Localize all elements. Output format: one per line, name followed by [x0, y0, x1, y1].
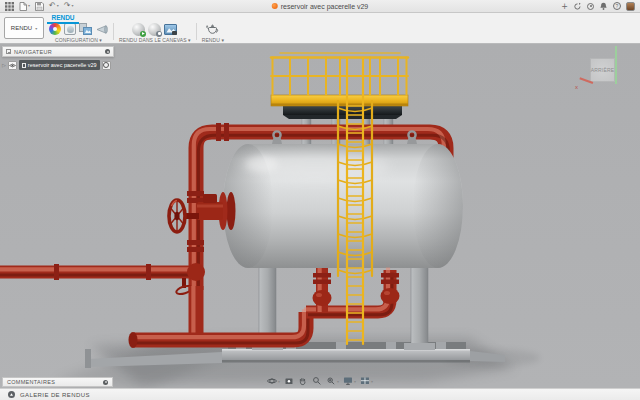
decal-icon[interactable]: [79, 23, 92, 35]
render-teapot-icon[interactable]: [205, 22, 220, 36]
in-canvas-render-icon[interactable]: [132, 23, 145, 36]
orbit-button[interactable]: ▾: [266, 376, 281, 386]
comments-label: COMMENTAIRES: [7, 379, 55, 385]
group-configuration: CONFIGURATION ▾: [46, 22, 111, 43]
save-icon[interactable]: [35, 2, 44, 11]
tree-expand-icon[interactable]: ▷: [2, 62, 6, 68]
toolbar-groups: CONFIGURATION ▾ RENDU DANS LE CANEVAS ▾: [46, 22, 227, 43]
main-toolbar: RENDU ▾ RENDU CONFIGURATION ▾: [0, 13, 640, 44]
toolbar-main: RENDU CONFIGURATION ▾: [44, 13, 640, 43]
workspace-selector-label: RENDU: [11, 25, 32, 31]
zoom-button[interactable]: [311, 376, 323, 386]
group-label-configuration[interactable]: CONFIGURATION ▾: [55, 37, 102, 43]
capture-image-icon[interactable]: [164, 24, 177, 35]
status-circle-icon[interactable]: [587, 3, 594, 10]
navigator-header-label: NAVIGATEUR: [14, 49, 52, 55]
viewcube-x-axis-label: x: [575, 84, 578, 90]
caret-down-icon: ▾: [71, 4, 73, 8]
gear-icon[interactable]: [105, 49, 110, 54]
toolbar-divider: [113, 23, 114, 40]
document-title-text: reservoir avec pacerelle v29: [281, 3, 369, 10]
pan-button[interactable]: [297, 376, 309, 386]
navigator-panel: NAVIGATEUR ▷ reservoir avec pacerelle v2…: [2, 46, 114, 70]
fusion-logo-icon: [272, 3, 278, 9]
fit-button[interactable]: ▾: [325, 376, 340, 386]
expand-gallery-icon[interactable]: [8, 391, 15, 398]
appearance-icon[interactable]: [49, 23, 61, 35]
account-avatar[interactable]: [626, 2, 635, 11]
activate-component-radio[interactable]: [102, 61, 111, 70]
comments-panel-header[interactable]: COMMENTAIRES: [2, 377, 113, 387]
navigator-header[interactable]: NAVIGATEUR: [2, 46, 114, 57]
workspace-selector[interactable]: RENDU ▾: [4, 17, 44, 39]
gear-icon[interactable]: [103, 380, 108, 385]
undo-icon[interactable]: ↶ ▾: [49, 2, 59, 10]
notifications-bell-icon[interactable]: [599, 2, 608, 11]
in-canvas-render-settings-icon[interactable]: [148, 23, 161, 36]
collapse-panel-icon[interactable]: [6, 49, 11, 54]
browser-root-row[interactable]: ▷ reservoir avec pacerelle v29: [2, 60, 114, 70]
look-at-button[interactable]: [283, 376, 295, 386]
caret-down-icon: ▾: [371, 379, 373, 384]
caret-down-icon: ▾: [278, 379, 280, 384]
job-status-sync-icon[interactable]: [573, 2, 582, 11]
rendered-model[interactable]: [0, 44, 640, 388]
redo-icon[interactable]: ↷ ▾: [64, 2, 74, 10]
document-title: reservoir avec pacerelle v29: [272, 3, 369, 10]
caret-down-icon: ▾: [28, 4, 30, 8]
titlebar: ▾ ↶ ▾ ↷ ▾ reservoir avec pacerelle v29 +: [0, 0, 640, 13]
viewports-button[interactable]: ▾: [359, 376, 374, 386]
caret-down-icon: ▾: [354, 379, 356, 384]
caret-down-icon: ▾: [337, 379, 339, 384]
viewcube-y-axis-line: [615, 46, 617, 84]
caret-down-icon: ▾: [57, 4, 59, 8]
viewcube-face-label: ARRIÈRE: [591, 67, 615, 73]
visibility-eye-icon[interactable]: [8, 61, 17, 70]
document-icon: [22, 63, 26, 68]
fusion-window: ▾ ↶ ▾ ↷ ▾ reservoir avec pacerelle v29 +: [0, 0, 640, 400]
group-label-in-canvas-render[interactable]: RENDU DANS LE CANEVAS ▾: [119, 37, 191, 43]
render-gallery-bar[interactable]: GALERIE DE RENDUS: [0, 388, 640, 400]
data-panel-grid-icon[interactable]: [5, 2, 14, 11]
gallery-label: GALERIE DE RENDUS: [20, 392, 90, 398]
file-menu-icon[interactable]: ▾: [19, 2, 30, 11]
texture-map-icon[interactable]: [95, 23, 108, 36]
titlebar-right-icons: + ?: [561, 2, 635, 11]
quick-access-toolbar: ▾ ↶ ▾ ↷ ▾: [5, 2, 73, 11]
extensions-add-icon[interactable]: +: [561, 2, 568, 11]
viewport[interactable]: NAVIGATEUR ▷ reservoir avec pacerelle v2…: [0, 44, 640, 388]
viewcube[interactable]: ARRIÈRE x: [581, 46, 627, 94]
group-render: RENDU ▾: [199, 22, 227, 43]
view-navigation-bar: ▾ ▾ ▾ ▾: [266, 376, 374, 386]
viewcube-face[interactable]: ARRIÈRE: [590, 58, 615, 82]
root-component-label: reservoir avec pacerelle v29: [28, 62, 97, 68]
group-label-render[interactable]: RENDU ▾: [202, 37, 224, 43]
scene-settings-icon[interactable]: [64, 23, 76, 35]
toolbar-divider: [196, 23, 197, 40]
help-icon[interactable]: ?: [613, 2, 621, 10]
tank-body: [223, 144, 463, 268]
caret-down-icon: ▾: [35, 26, 37, 31]
display-settings-button[interactable]: ▾: [342, 376, 357, 386]
root-component-item[interactable]: reservoir avec pacerelle v29: [19, 60, 100, 70]
lower-pipe-red: [0, 263, 400, 348]
group-in-canvas-render: RENDU DANS LE CANEVAS ▾: [116, 22, 194, 43]
